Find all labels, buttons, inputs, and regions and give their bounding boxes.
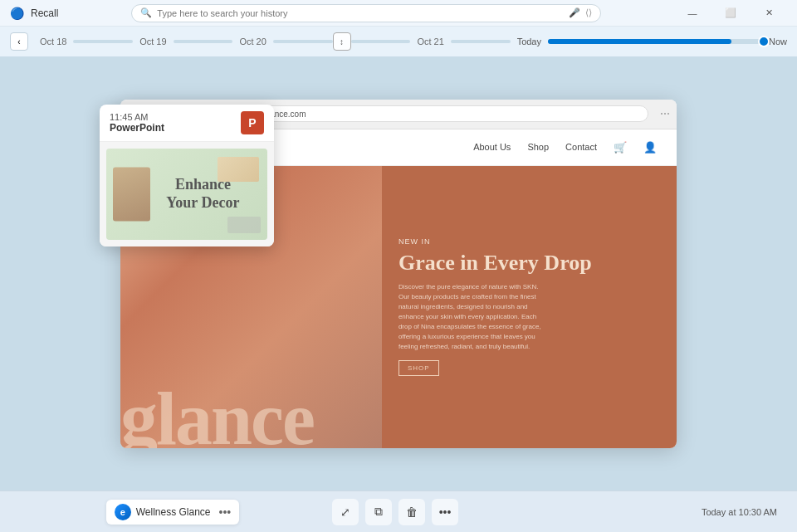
timeline-track-4[interactable] (351, 40, 411, 43)
progress-track[interactable] (548, 39, 764, 44)
copy-button[interactable]: ⧉ (365, 499, 392, 525)
timeline-back-button[interactable]: ‹ (10, 32, 28, 51)
delete-button[interactable]: 🗑 (398, 499, 425, 525)
bottom-tab[interactable]: e Wellness Glance ••• (106, 500, 240, 525)
timeline-date-oct20[interactable]: Oct 20 (232, 37, 272, 46)
search-input[interactable] (157, 8, 564, 18)
tab-options-button[interactable]: ••• (219, 505, 232, 519)
ppt-time: 11:45 AM (110, 112, 164, 122)
hero-right: NEW IN Grace in Every Drop Discover the … (382, 166, 677, 448)
hero-description: Discover the pure elegance of nature wit… (398, 282, 548, 352)
ppt-slide-dots (227, 217, 261, 233)
bottom-strip: e Wellness Glance ••• ⤢ ⧉ 🗑 ••• Today at… (0, 491, 797, 532)
timeline-date-oct19[interactable]: Oct 19 (133, 37, 173, 46)
more-button[interactable]: ••• (432, 499, 458, 525)
edge-icon: e (115, 504, 131, 520)
search-bar[interactable]: 🔍 🎤 ⟨⟩ (131, 4, 601, 22)
app-title: Recall (31, 7, 58, 19)
browser-menu-icon[interactable]: ⋯ (660, 108, 670, 120)
progress-thumb[interactable] (758, 36, 770, 47)
timeline-track-2[interactable] (174, 40, 233, 43)
nav-link-about[interactable]: About Us (473, 142, 511, 152)
timeline-cursor[interactable]: ↕ (333, 32, 351, 51)
today-stamp: Today at 10:30 AM (702, 507, 777, 517)
nav-link-contact[interactable]: Contact (565, 142, 597, 152)
minimize-button[interactable]: — (674, 0, 711, 27)
ppt-app-name: PowerPoint (110, 122, 164, 134)
search-icon: 🔍 (140, 7, 152, 18)
progress-fill (548, 39, 731, 44)
timeline-bar: ‹ Oct 18 Oct 19 Oct 20 ↕ Oct 21 Today No… (0, 27, 797, 56)
ppt-icon-letter: P (248, 116, 256, 129)
hero-new-in: NEW IN (398, 237, 660, 246)
powerpoint-popup: 11:45 AM PowerPoint P Enhance Your Decor (100, 105, 274, 246)
cart-icon[interactable]: 🛒 (614, 141, 627, 154)
hero-shop-button[interactable]: SHOP (398, 360, 439, 376)
ppt-app-icon: P (241, 111, 264, 134)
ppt-slide: Enhance Your Decor (106, 149, 267, 240)
glance-text: glance (120, 382, 314, 448)
today-label: Today (517, 37, 541, 46)
nav-link-shop[interactable]: Shop (527, 142, 549, 152)
now-label: Now (769, 37, 787, 46)
code-icon[interactable]: ⟨⟩ (585, 7, 592, 18)
mic-icon[interactable]: 🎤 (569, 7, 580, 18)
ppt-slide-preview[interactable]: Enhance Your Decor (100, 142, 274, 246)
timeline-dates: Oct 18 Oct 19 Oct 20 ↕ Oct 21 (33, 32, 511, 51)
timeline-progress[interactable] (548, 39, 764, 44)
title-bar: 🔵 Recall 🔍 🎤 ⟨⟩ — ⬜ ✕ (0, 0, 797, 27)
recall-icon: 🔵 (10, 7, 24, 20)
ppt-slide-accent (218, 157, 259, 182)
timeline-date-oct18[interactable]: Oct 18 (33, 37, 73, 46)
tab-label: Wellness Glance (136, 506, 211, 518)
main-area: ‹ › 🔒 https://wellnessglance.com ⋯ Welln… (0, 56, 797, 491)
hero-title: Grace in Every Drop (398, 251, 660, 276)
ppt-slide-image (113, 168, 150, 222)
user-icon[interactable]: 👤 (643, 141, 657, 154)
timeline-track-5[interactable] (451, 40, 511, 43)
ppt-popup-header: 11:45 AM PowerPoint P (100, 105, 274, 142)
timeline-date-oct21[interactable]: Oct 21 (410, 37, 450, 46)
maximize-button[interactable]: ⬜ (712, 0, 749, 27)
expand-button[interactable]: ⤢ (332, 499, 359, 525)
bottom-tab-container: e Wellness Glance ••• (13, 500, 332, 525)
timeline-track-1[interactable] (73, 40, 133, 43)
close-button[interactable]: ✕ (751, 0, 787, 27)
window-controls: — ⬜ ✕ (674, 0, 787, 27)
bottom-actions: ⤢ ⧉ 🗑 ••• (332, 499, 458, 525)
timeline-track-3[interactable] (273, 40, 333, 43)
